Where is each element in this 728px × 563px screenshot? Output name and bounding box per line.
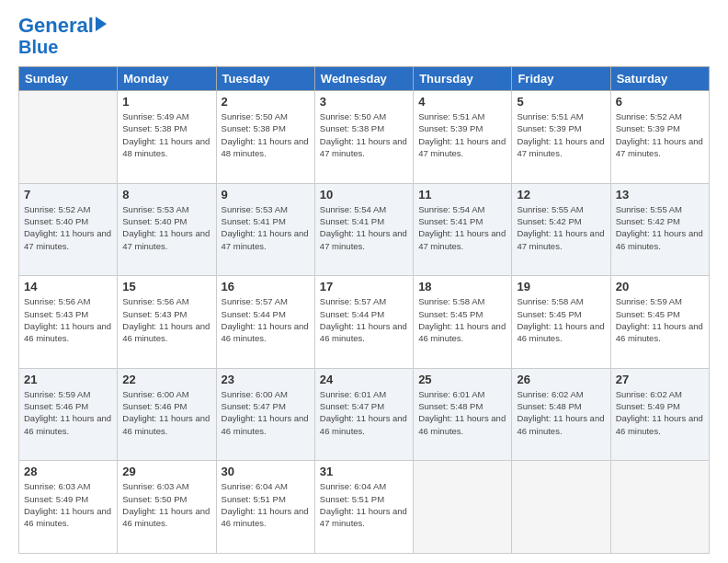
- calendar-day-cell: 6Sunrise: 5:52 AM Sunset: 5:39 PM Daylig…: [610, 91, 709, 184]
- day-number: 19: [517, 280, 605, 293]
- calendar-day-cell: 26Sunrise: 6:02 AM Sunset: 5:48 PM Dayli…: [512, 368, 610, 461]
- weekday-header-thursday: Thursday: [414, 67, 512, 91]
- day-info: Sunrise: 5:57 AM Sunset: 5:44 PM Dayligh…: [222, 295, 310, 344]
- calendar-day-cell: [610, 461, 709, 554]
- calendar-day-cell: 10Sunrise: 5:54 AM Sunset: 5:41 PM Dayli…: [314, 183, 413, 276]
- day-info: Sunrise: 5:54 AM Sunset: 5:41 PM Dayligh…: [320, 203, 408, 252]
- day-number: 7: [24, 188, 112, 201]
- calendar-day-cell: 16Sunrise: 5:57 AM Sunset: 5:44 PM Dayli…: [216, 276, 314, 369]
- logo-text-general: General: [18, 15, 94, 37]
- calendar-day-cell: 23Sunrise: 6:00 AM Sunset: 5:47 PM Dayli…: [216, 368, 314, 461]
- day-number: 4: [418, 95, 506, 109]
- calendar-day-cell: [19, 91, 118, 184]
- calendar-day-cell: 13Sunrise: 5:55 AM Sunset: 5:42 PM Dayli…: [610, 183, 709, 276]
- calendar-day-cell: 29Sunrise: 6:03 AM Sunset: 5:50 PM Dayli…: [118, 461, 216, 554]
- calendar-day-cell: 11Sunrise: 5:54 AM Sunset: 5:41 PM Dayli…: [414, 183, 512, 276]
- day-info: Sunrise: 5:50 AM Sunset: 5:38 PM Dayligh…: [222, 110, 310, 159]
- day-info: Sunrise: 6:04 AM Sunset: 5:51 PM Dayligh…: [222, 480, 310, 529]
- calendar-header-row: SundayMondayTuesdayWednesdayThursdayFrid…: [19, 67, 710, 91]
- day-info: Sunrise: 6:00 AM Sunset: 5:46 PM Dayligh…: [122, 388, 210, 437]
- weekday-header-tuesday: Tuesday: [216, 67, 314, 91]
- calendar-day-cell: [512, 461, 610, 554]
- calendar-day-cell: 17Sunrise: 5:57 AM Sunset: 5:44 PM Dayli…: [314, 276, 413, 369]
- weekday-header-wednesday: Wednesday: [314, 67, 413, 91]
- weekday-header-monday: Monday: [118, 67, 216, 91]
- calendar-day-cell: 4Sunrise: 5:51 AM Sunset: 5:39 PM Daylig…: [414, 91, 512, 184]
- day-number: 15: [122, 280, 210, 293]
- day-number: 18: [418, 280, 506, 293]
- day-number: 3: [320, 95, 408, 109]
- calendar-day-cell: 28Sunrise: 6:03 AM Sunset: 5:49 PM Dayli…: [19, 461, 118, 554]
- calendar-week-row: 21Sunrise: 5:59 AM Sunset: 5:46 PM Dayli…: [19, 368, 710, 461]
- calendar-day-cell: 25Sunrise: 6:01 AM Sunset: 5:48 PM Dayli…: [414, 368, 512, 461]
- day-info: Sunrise: 5:56 AM Sunset: 5:43 PM Dayligh…: [24, 295, 112, 344]
- calendar-day-cell: 30Sunrise: 6:04 AM Sunset: 5:51 PM Dayli…: [216, 461, 314, 554]
- day-number: 17: [320, 280, 408, 293]
- calendar-week-row: 7Sunrise: 5:52 AM Sunset: 5:40 PM Daylig…: [19, 183, 710, 276]
- day-info: Sunrise: 6:01 AM Sunset: 5:47 PM Dayligh…: [320, 388, 408, 437]
- day-info: Sunrise: 6:04 AM Sunset: 5:51 PM Dayligh…: [320, 480, 408, 529]
- day-number: 20: [616, 280, 704, 293]
- calendar-day-cell: 21Sunrise: 5:59 AM Sunset: 5:46 PM Dayli…: [19, 368, 118, 461]
- day-number: 25: [418, 373, 506, 386]
- day-number: 1: [122, 95, 210, 109]
- day-info: Sunrise: 5:59 AM Sunset: 5:45 PM Dayligh…: [616, 295, 704, 344]
- day-info: Sunrise: 5:59 AM Sunset: 5:46 PM Dayligh…: [24, 388, 112, 437]
- day-number: 24: [320, 373, 408, 386]
- calendar-day-cell: 9Sunrise: 5:53 AM Sunset: 5:41 PM Daylig…: [216, 183, 314, 276]
- day-info: Sunrise: 5:50 AM Sunset: 5:38 PM Dayligh…: [320, 110, 408, 159]
- calendar-day-cell: 2Sunrise: 5:50 AM Sunset: 5:38 PM Daylig…: [216, 91, 314, 184]
- page: General Blue SundayMondayTuesdayWednesda…: [0, 0, 728, 563]
- day-info: Sunrise: 5:55 AM Sunset: 5:42 PM Dayligh…: [517, 203, 605, 252]
- day-info: Sunrise: 5:56 AM Sunset: 5:43 PM Dayligh…: [122, 295, 210, 344]
- day-info: Sunrise: 5:53 AM Sunset: 5:41 PM Dayligh…: [222, 203, 310, 252]
- day-number: 13: [616, 188, 704, 201]
- day-info: Sunrise: 6:01 AM Sunset: 5:48 PM Dayligh…: [418, 388, 506, 437]
- calendar-day-cell: 12Sunrise: 5:55 AM Sunset: 5:42 PM Dayli…: [512, 183, 610, 276]
- logo-text-blue: Blue: [18, 37, 58, 57]
- day-info: Sunrise: 5:58 AM Sunset: 5:45 PM Dayligh…: [517, 295, 605, 344]
- day-number: 11: [418, 188, 506, 201]
- calendar-day-cell: 1Sunrise: 5:49 AM Sunset: 5:38 PM Daylig…: [118, 91, 216, 184]
- day-number: 9: [222, 188, 310, 201]
- day-info: Sunrise: 5:51 AM Sunset: 5:39 PM Dayligh…: [418, 110, 506, 159]
- calendar-day-cell: 20Sunrise: 5:59 AM Sunset: 5:45 PM Dayli…: [610, 276, 709, 369]
- calendar-week-row: 1Sunrise: 5:49 AM Sunset: 5:38 PM Daylig…: [19, 91, 710, 184]
- weekday-header-sunday: Sunday: [19, 67, 118, 91]
- weekday-header-saturday: Saturday: [610, 67, 709, 91]
- weekday-header-friday: Friday: [512, 67, 610, 91]
- day-info: Sunrise: 6:00 AM Sunset: 5:47 PM Dayligh…: [222, 388, 310, 437]
- day-info: Sunrise: 5:52 AM Sunset: 5:40 PM Dayligh…: [24, 203, 112, 252]
- day-number: 21: [24, 373, 112, 386]
- calendar-day-cell: [414, 461, 512, 554]
- calendar-week-row: 28Sunrise: 6:03 AM Sunset: 5:49 PM Dayli…: [19, 461, 710, 554]
- day-info: Sunrise: 6:03 AM Sunset: 5:49 PM Dayligh…: [24, 480, 112, 529]
- day-number: 30: [222, 465, 310, 478]
- day-number: 29: [122, 465, 210, 478]
- day-info: Sunrise: 5:57 AM Sunset: 5:44 PM Dayligh…: [320, 295, 408, 344]
- logo: General Blue: [18, 15, 107, 57]
- day-info: Sunrise: 5:58 AM Sunset: 5:45 PM Dayligh…: [418, 295, 506, 344]
- day-number: 28: [24, 465, 112, 478]
- day-number: 5: [517, 95, 605, 109]
- day-info: Sunrise: 5:53 AM Sunset: 5:40 PM Dayligh…: [122, 203, 210, 252]
- logo-arrow-icon: [96, 17, 107, 31]
- calendar: SundayMondayTuesdayWednesdayThursdayFrid…: [18, 66, 710, 554]
- day-number: 6: [616, 95, 704, 109]
- calendar-day-cell: 8Sunrise: 5:53 AM Sunset: 5:40 PM Daylig…: [118, 183, 216, 276]
- day-info: Sunrise: 5:51 AM Sunset: 5:39 PM Dayligh…: [517, 110, 605, 159]
- calendar-day-cell: 14Sunrise: 5:56 AM Sunset: 5:43 PM Dayli…: [19, 276, 118, 369]
- calendar-day-cell: 19Sunrise: 5:58 AM Sunset: 5:45 PM Dayli…: [512, 276, 610, 369]
- day-info: Sunrise: 5:55 AM Sunset: 5:42 PM Dayligh…: [616, 203, 704, 252]
- day-number: 10: [320, 188, 408, 201]
- calendar-day-cell: 27Sunrise: 6:02 AM Sunset: 5:49 PM Dayli…: [610, 368, 709, 461]
- calendar-day-cell: 31Sunrise: 6:04 AM Sunset: 5:51 PM Dayli…: [314, 461, 413, 554]
- header: General Blue: [18, 15, 710, 57]
- day-info: Sunrise: 5:54 AM Sunset: 5:41 PM Dayligh…: [418, 203, 506, 252]
- day-number: 23: [222, 373, 310, 386]
- day-info: Sunrise: 6:03 AM Sunset: 5:50 PM Dayligh…: [122, 480, 210, 529]
- calendar-day-cell: 7Sunrise: 5:52 AM Sunset: 5:40 PM Daylig…: [19, 183, 118, 276]
- day-info: Sunrise: 5:49 AM Sunset: 5:38 PM Dayligh…: [122, 110, 210, 159]
- day-number: 31: [320, 465, 408, 478]
- day-number: 8: [122, 188, 210, 201]
